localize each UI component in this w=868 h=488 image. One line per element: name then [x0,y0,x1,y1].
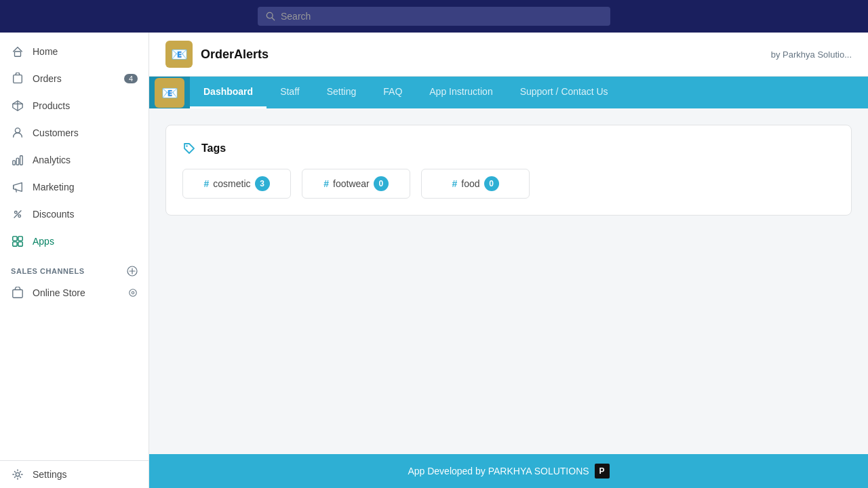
sidebar-item-products[interactable]: Products [0,92,149,119]
app-header: 📧 OrderAlerts by Parkhya Solutio... [149,33,868,77]
svg-rect-16 [13,242,17,246]
sidebar-item-orders[interactable]: Orders 4 [0,65,149,92]
tabs-nav-wrapper: 📧 Dashboard Staff Setting FAQ App Instru… [149,77,868,108]
sidebar-item-apps[interactable]: Apps [0,228,149,255]
sidebar-label-customers: Customers [33,127,79,138]
footer-text: App Developed by PARKHYA SOLUTIONS [408,466,589,476]
sidebar: Home Orders 4 Products Customers [0,33,149,488]
tag-hash-footwear: # [323,178,329,189]
svg-rect-9 [16,158,19,165]
tab-faq[interactable]: FAQ [370,77,416,108]
sidebar-item-discounts[interactable]: Discounts [0,201,149,228]
svg-point-23 [132,291,134,294]
svg-point-24 [16,472,19,476]
svg-line-1 [272,18,275,20]
tab-dashboard[interactable]: Dashboard [190,77,267,108]
app-title: OrderAlerts [201,47,269,62]
sales-channels-label: SALES CHANNELS [11,267,85,275]
sidebar-label-apps: Apps [33,236,54,247]
sidebar-bottom: Settings [0,460,149,488]
top-bar [0,0,868,33]
tab-support[interactable]: Support / Contact Us [507,77,622,108]
svg-rect-21 [13,290,22,298]
sidebar-label-analytics: Analytics [33,155,71,165]
svg-point-25 [186,145,187,146]
content-area: 📧 OrderAlerts by Parkhya Solutio... 📧 Da… [149,33,868,488]
app-icon: 📧 [165,41,193,68]
sidebar-label-online-store: Online Store [33,287,85,298]
tab-staff[interactable]: Staff [267,77,313,108]
sidebar-label-products: Products [33,100,70,111]
search-input[interactable] [281,11,602,22]
tag-count-cosmetic: 3 [255,176,270,191]
sidebar-item-online-store[interactable]: Online Store [0,279,149,306]
tag-name-food: food [461,178,479,189]
sidebar-item-analytics[interactable]: Analytics [0,146,149,174]
add-sales-channel-icon[interactable] [127,266,138,277]
online-store-settings-icon[interactable] [128,288,138,298]
marketing-icon [11,180,24,194]
analytics-icon [11,153,24,167]
card-header: Tags [182,142,835,155]
tag-hash-food: # [452,178,457,189]
sidebar-item-marketing[interactable]: Marketing [0,174,149,201]
svg-point-22 [130,289,137,297]
tab-setting[interactable]: Setting [313,77,370,108]
tags-title: Tags [201,142,226,155]
tag-icon [182,142,196,155]
tag-name-cosmetic: cosmetic [213,178,250,189]
tag-count-footwear: 0 [374,176,389,191]
sidebar-label-home: Home [33,46,58,57]
svg-point-7 [15,128,20,133]
tag-count-food: 0 [484,176,499,191]
discounts-icon [11,207,24,221]
app-header-left: 📧 OrderAlerts [165,41,269,68]
home-icon [11,45,24,58]
svg-rect-8 [13,161,16,165]
products-icon [11,99,24,113]
apps-icon [11,235,24,248]
tag-food[interactable]: # food 0 [421,169,530,199]
tag-cosmetic[interactable]: # cosmetic 3 [182,169,291,199]
search-icon [266,12,275,21]
sidebar-item-customers[interactable]: Customers [0,119,149,146]
sidebar-label-marketing: Marketing [33,182,74,192]
tab-app-instruction[interactable]: App Instruction [416,77,506,108]
sales-channels-section: SALES CHANNELS [0,255,149,279]
orders-icon [11,72,24,85]
tab-app-icon: 📧 [155,78,184,108]
customers-icon [11,126,24,140]
sidebar-label-orders: Orders [33,73,62,84]
tags-card: Tags # cosmetic 3 # footwear 0 [165,125,852,216]
svg-point-12 [18,215,21,218]
svg-rect-17 [18,242,22,246]
svg-rect-2 [15,52,21,56]
sidebar-item-home[interactable]: Home [0,38,149,65]
tabs-nav: Dashboard Staff Setting FAQ App Instruct… [149,77,868,108]
tag-hash-cosmetic: # [203,178,209,189]
app-author: by Parkhya Solutio... [771,49,852,60]
tag-name-footwear: footwear [333,178,370,189]
settings-icon [11,468,24,481]
online-store-icon [11,286,24,300]
svg-rect-15 [18,237,22,241]
svg-rect-3 [14,75,22,83]
orders-badge: 4 [124,74,138,83]
footer-logo: P [595,464,610,479]
page-content: Tags # cosmetic 3 # footwear 0 [149,108,868,454]
tag-footwear[interactable]: # footwear 0 [302,169,410,199]
svg-point-11 [15,211,18,214]
svg-rect-10 [20,156,23,165]
app-footer: App Developed by PARKHYA SOLUTIONS P [149,454,868,488]
sidebar-label-settings: Settings [33,469,67,480]
main-layout: Home Orders 4 Products Customers [0,33,868,488]
sidebar-label-discounts: Discounts [33,209,74,220]
svg-rect-14 [13,237,17,241]
tags-row: # cosmetic 3 # footwear 0 # food 0 [182,169,835,199]
tab-app-icon-area: 📧 [149,77,190,108]
sidebar-item-settings[interactable]: Settings [0,461,149,488]
search-container [258,7,610,26]
